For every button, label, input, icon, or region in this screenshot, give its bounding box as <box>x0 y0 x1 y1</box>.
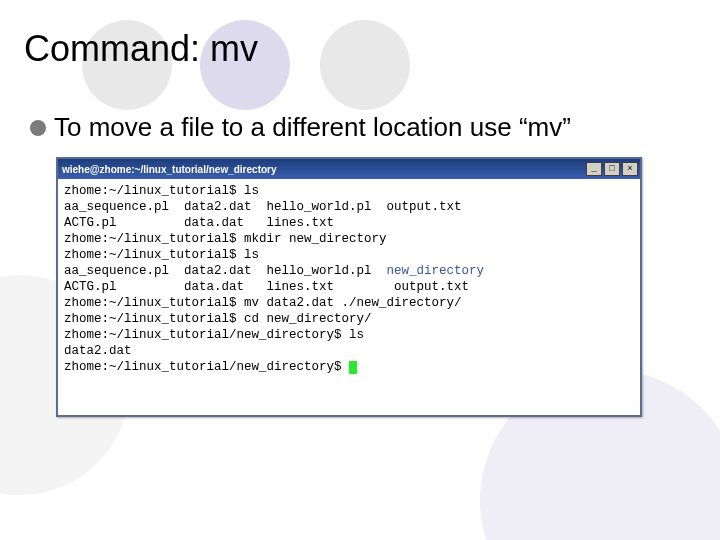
terminal-line: zhome:~/linux_tutorial$ mv data2.dat ./n… <box>64 295 634 311</box>
terminal-title: wiehe@zhome:~/linux_tutorial/new_directo… <box>62 164 277 175</box>
terminal-line: zhome:~/linux_tutorial$ mkdir new_direct… <box>64 231 634 247</box>
terminal-line: aa_sequence.pl data2.dat hello_world.pl … <box>64 263 634 279</box>
slide-title: Command: mv <box>24 28 696 70</box>
bullet-icon <box>30 120 46 136</box>
terminal-line: ACTG.pl data.dat lines.txt <box>64 215 634 231</box>
bullet-item: To move a file to a different location u… <box>30 112 696 143</box>
close-icon[interactable]: × <box>622 162 638 176</box>
terminal-titlebar: wiehe@zhome:~/linux_tutorial/new_directo… <box>58 159 640 179</box>
maximize-icon[interactable]: □ <box>604 162 620 176</box>
terminal-window: wiehe@zhome:~/linux_tutorial/new_directo… <box>56 157 642 417</box>
terminal-body: zhome:~/linux_tutorial$ lsaa_sequence.pl… <box>58 179 640 415</box>
bullet-text: To move a file to a different location u… <box>54 112 571 143</box>
cursor-icon <box>349 361 357 374</box>
terminal-line: ACTG.pl data.dat lines.txt output.txt <box>64 279 634 295</box>
terminal-line: zhome:~/linux_tutorial/new_directory$ <box>64 359 634 375</box>
terminal-line: data2.dat <box>64 343 634 359</box>
terminal-line: zhome:~/linux_tutorial$ cd new_directory… <box>64 311 634 327</box>
minimize-icon[interactable]: _ <box>586 162 602 176</box>
terminal-line: zhome:~/linux_tutorial/new_directory$ ls <box>64 327 634 343</box>
terminal-line: zhome:~/linux_tutorial$ ls <box>64 247 634 263</box>
window-controls: _ □ × <box>586 162 638 176</box>
terminal-line: aa_sequence.pl data2.dat hello_world.pl … <box>64 199 634 215</box>
terminal-line: zhome:~/linux_tutorial$ ls <box>64 183 634 199</box>
